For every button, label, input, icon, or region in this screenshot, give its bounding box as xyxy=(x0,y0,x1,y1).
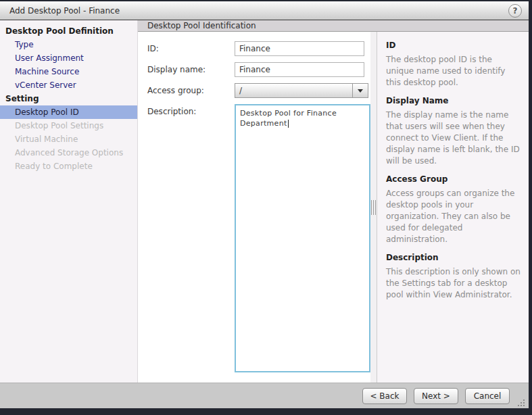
id-row: ID: xyxy=(147,41,370,56)
help-heading-access-group: Access Group xyxy=(386,174,521,184)
window-frame: Add Desktop Pool - Finance ? Desktop Poo… xyxy=(0,0,532,415)
sidebar-item-vcenter-server[interactable]: vCenter Server xyxy=(0,78,137,92)
sidebar-item-advanced-storage-options: Advanced Storage Options xyxy=(0,146,137,160)
step-panel-header: Desktop Pool Identification xyxy=(138,20,529,32)
text-caret xyxy=(288,120,289,128)
description-label: Description: xyxy=(147,104,235,372)
next-button[interactable]: Next > xyxy=(414,388,458,404)
help-body-id: The desktop pool ID is the unique name u… xyxy=(386,54,521,89)
right-region: Desktop Pool Identification ID: Display … xyxy=(138,20,529,383)
help-heading-display-name: Display Name xyxy=(386,96,521,105)
display-name-row: Display name: xyxy=(147,62,370,77)
access-group-row: Access group: / xyxy=(147,83,370,98)
display-name-label: Display name: xyxy=(147,62,235,77)
add-desktop-pool-dialog: Add Desktop Pool - Finance ? Desktop Poo… xyxy=(0,1,529,408)
id-label: ID: xyxy=(147,41,235,56)
help-heading-id: ID xyxy=(386,41,521,50)
dialog-titlebar: Add Desktop Pool - Finance ? xyxy=(0,1,529,20)
access-group-dropdown[interactable]: / xyxy=(235,83,368,98)
sidebar-item-type[interactable]: Type xyxy=(0,38,137,51)
description-textarea[interactable]: Desktop Pool for Finance Department xyxy=(235,104,370,372)
display-name-input[interactable] xyxy=(235,62,364,77)
help-heading-description: Description xyxy=(386,253,521,262)
help-icon[interactable]: ? xyxy=(508,4,522,18)
dropdown-arrow-button[interactable] xyxy=(352,84,368,97)
id-input[interactable] xyxy=(235,41,364,56)
sidebar-item-virtual-machine: Virtual Machine xyxy=(0,132,137,146)
sidebar-item-user-assignment[interactable]: User Assignment xyxy=(0,51,137,65)
sidebar-item-machine-source[interactable]: Machine Source xyxy=(0,65,137,78)
sidebar-item-desktop-pool-settings: Desktop Pool Settings xyxy=(0,119,137,132)
access-group-value: / xyxy=(235,84,352,97)
help-body-display-name: The display name is the name that users … xyxy=(386,109,521,167)
sidebar-section-setting: Setting xyxy=(0,92,137,105)
wizard-steps-sidebar: Desktop Pool Definition Type User Assign… xyxy=(0,20,138,383)
sidebar-item-desktop-pool-id[interactable]: Desktop Pool ID xyxy=(0,105,137,119)
panel-body: ID: Display name: Access group: / xyxy=(138,32,529,383)
sidebar-section-desktop-pool-definition: Desktop Pool Definition xyxy=(0,24,137,38)
back-button[interactable]: < Back xyxy=(362,388,407,404)
cancel-button[interactable]: Cancel xyxy=(465,388,510,404)
sidebar-item-ready-to-complete: Ready to Complete xyxy=(0,160,137,173)
access-group-label: Access group: xyxy=(147,83,235,98)
resize-grip-icon[interactable] xyxy=(518,398,526,406)
splitter-grip-icon xyxy=(371,200,376,215)
help-body-description: This description is only shown on the Se… xyxy=(386,266,521,301)
contextual-help-panel: ID The desktop pool ID is the unique nam… xyxy=(377,32,529,383)
chevron-down-icon xyxy=(358,89,363,93)
dialog-footer: < Back Next > Cancel xyxy=(0,383,529,408)
dialog-content: Desktop Pool Definition Type User Assign… xyxy=(0,20,529,383)
help-body-access-group: Access groups can organize the desktop p… xyxy=(386,188,521,245)
panel-splitter[interactable] xyxy=(370,32,377,383)
identification-form: ID: Display name: Access group: / xyxy=(138,32,370,383)
description-row: Description: Desktop Pool for Finance De… xyxy=(147,104,370,372)
dialog-title: Add Desktop Pool - Finance xyxy=(9,6,508,16)
